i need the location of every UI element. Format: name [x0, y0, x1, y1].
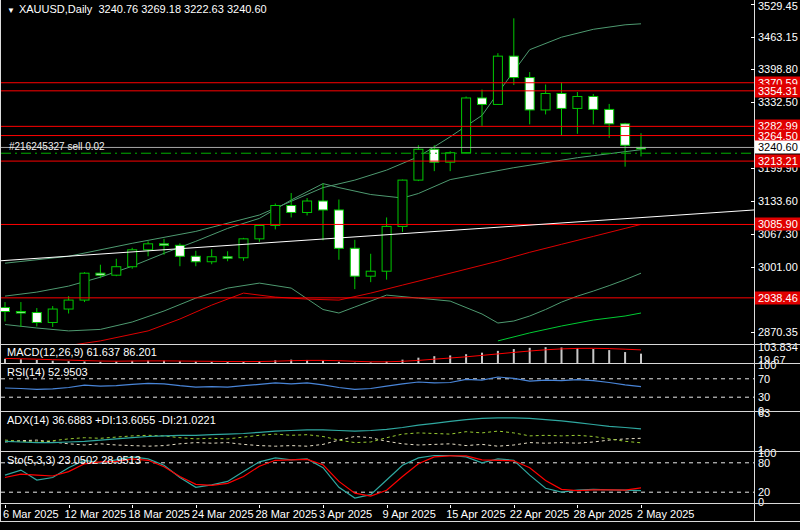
time-axis[interactable]: 6 Mar 202512 Mar 202518 Mar 202524 Mar 2…: [1, 505, 755, 522]
candle-body[interactable]: [112, 267, 121, 275]
candle-body[interactable]: [621, 124, 630, 145]
candle-body[interactable]: [509, 56, 518, 77]
panel-separator[interactable]: [1, 451, 755, 452]
macd-histogram-bar: [561, 348, 563, 363]
axis-tick: [751, 102, 755, 103]
date-label: 28 Apr 2025: [573, 508, 632, 520]
candle-body[interactable]: [382, 226, 391, 271]
axis-tick: [751, 332, 755, 333]
price-level-flag[interactable]: 3213.21: [755, 155, 800, 168]
stochastic-label: Sto(5,3,3) 23.0502 28.9513: [7, 454, 141, 466]
date-label: 18 Mar 2025: [128, 508, 190, 520]
candle-body[interactable]: [319, 201, 328, 210]
price-tick-label: 3133.60: [758, 195, 798, 207]
axis-separator: [755, 521, 800, 522]
price-tick-label: 3398.80: [758, 63, 798, 75]
chart-plot-area[interactable]: ▼XAUUSD,Daily 3240.76 3269.18 3222.63 32…: [0, 0, 754, 522]
panel-separator[interactable]: [1, 363, 755, 364]
macd-histogram-bar: [481, 353, 483, 363]
candle-body[interactable]: [398, 180, 407, 226]
adx-axis-label: 63: [758, 407, 770, 419]
rsi-axis-label: 100: [758, 359, 776, 371]
candle-body[interactable]: [366, 271, 375, 276]
chevron-down-icon[interactable]: ▼: [7, 6, 15, 15]
rsi-panel[interactable]: [1, 364, 755, 412]
macd-histogram-bar: [529, 348, 531, 363]
price-tick-label: 2870.35: [758, 326, 798, 338]
ohlc-open: 3240.76: [98, 3, 138, 15]
trendline[interactable]: [1, 210, 754, 261]
minus-di-line: [5, 437, 641, 447]
price-level-flag[interactable]: 3354.31: [755, 84, 800, 97]
axis-separator: [755, 411, 800, 412]
order-line-label[interactable]: #216245327 sell 0.02: [9, 141, 105, 152]
price-axis[interactable]: 3529.453463.153398.803332.503199.903133.…: [754, 0, 800, 522]
macd-histogram-bar: [592, 349, 594, 363]
candle-body[interactable]: [144, 244, 153, 250]
candle-body[interactable]: [589, 96, 598, 109]
macd-histogram-bar: [449, 355, 451, 363]
candle-body[interactable]: [160, 244, 169, 246]
candle-body[interactable]: [303, 201, 312, 212]
axis-tick: [751, 201, 755, 202]
candle-body[interactable]: [541, 93, 550, 109]
macd-histogram-bar: [640, 354, 642, 363]
axis-tick: [751, 37, 755, 38]
candle-body[interactable]: [462, 98, 471, 153]
candle-body[interactable]: [605, 109, 614, 123]
candle-body[interactable]: [16, 312, 25, 314]
axis-separator: [755, 451, 800, 452]
main-price-chart[interactable]: [1, 0, 755, 344]
date-label: 2 May 2025: [637, 508, 694, 520]
candle-body[interactable]: [493, 56, 502, 104]
ma-red-line: [5, 224, 641, 344]
candle-body[interactable]: [207, 257, 216, 262]
candle-body[interactable]: [430, 149, 439, 162]
macd-histogram-bar: [608, 350, 610, 363]
panel-separator[interactable]: [1, 344, 755, 345]
symbol-header: ▼XAUUSD,Daily 3240.76 3269.18 3222.63 32…: [7, 3, 267, 15]
candle-body[interactable]: [48, 309, 57, 322]
panel-separator[interactable]: [1, 503, 755, 504]
ohlc-low: 3222.63: [184, 3, 224, 15]
date-label: 3 Apr 2025: [319, 508, 372, 520]
current-price-flag[interactable]: 3240.60: [755, 141, 800, 154]
plus-di-line: [5, 431, 641, 443]
candle-body[interactable]: [478, 98, 487, 104]
candle-body[interactable]: [64, 300, 73, 309]
candle-body[interactable]: [271, 205, 280, 225]
rsi-axis-label: 30: [758, 391, 770, 403]
macd-histogram-bar: [576, 348, 578, 363]
price-level-flag[interactable]: 2938.46: [755, 291, 800, 304]
panel-separator[interactable]: [1, 411, 755, 412]
candle-body[interactable]: [255, 225, 264, 238]
rsi-axis-label: 70: [758, 373, 770, 385]
macd-histogram-bar: [465, 354, 467, 363]
candle-body[interactable]: [287, 205, 296, 212]
rsi-label: RSI(14) 52.9503: [7, 366, 88, 378]
ohlc-close: 3240.60: [227, 3, 267, 15]
macd-label: MACD(12,26,9) 61.637 86.201: [7, 346, 157, 358]
candle-body[interactable]: [350, 248, 359, 276]
price-tick-label: 3463.15: [758, 31, 798, 43]
candle-body[interactable]: [96, 273, 105, 275]
candle-body[interactable]: [32, 313, 41, 323]
candle-body[interactable]: [1, 308, 10, 312]
candle-body[interactable]: [80, 273, 89, 300]
candle-body[interactable]: [223, 257, 232, 259]
candle-body[interactable]: [191, 256, 200, 261]
candle-body[interactable]: [175, 245, 184, 256]
candle-body[interactable]: [414, 149, 423, 180]
ohlc-high: 3269.18: [141, 3, 181, 15]
band-lower-line: [5, 273, 641, 331]
axis-tick: [751, 4, 755, 5]
date-label: 24 Mar 2025: [192, 508, 254, 520]
candle-body[interactable]: [557, 93, 566, 108]
candle-body[interactable]: [334, 210, 343, 248]
candle-body[interactable]: [573, 96, 582, 108]
date-label: 22 Apr 2025: [510, 508, 569, 520]
price-level-flag[interactable]: 3085.90: [755, 218, 800, 231]
date-label: 9 Apr 2025: [383, 508, 436, 520]
axis-tick: [751, 267, 755, 268]
candle-body[interactable]: [239, 239, 248, 258]
